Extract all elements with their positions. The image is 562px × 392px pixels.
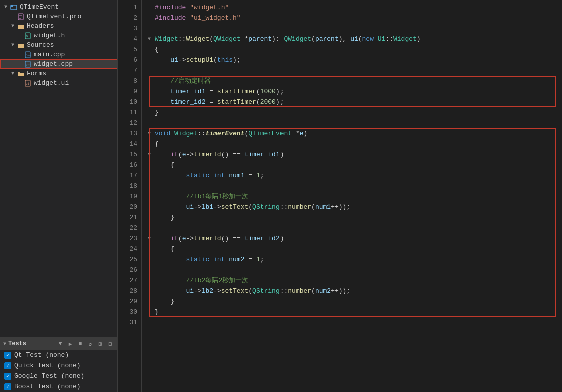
test-item-boost[interactable]: ✓ Boost Test (none) (0, 381, 117, 392)
fold-arrow-15[interactable]: ▼ (148, 149, 155, 160)
code-text-6: ui->setupUi(this); (155, 55, 241, 65)
test-checkbox-qt[interactable]: ✓ (4, 352, 11, 359)
line-num-9: 9 (118, 86, 137, 97)
code-line-17: static int num1 = 1; (148, 170, 562, 181)
code-line-27: //lb2每隔2秒加一次 (148, 275, 562, 286)
code-line-3 (148, 23, 562, 34)
fold-arrow-7 (148, 65, 155, 76)
tree-item-pro[interactable]: QTimeEvent.pro (0, 12, 117, 21)
cpp-file-icon-main: c++ (23, 51, 32, 58)
tests-run-btn[interactable]: ▶ (66, 340, 74, 348)
line-num-10: 10 (118, 97, 137, 107)
main-cpp-label: main.cpp (34, 51, 65, 58)
line-num-20: 20 (118, 202, 137, 212)
fold-arrow-13[interactable]: ▼ (148, 128, 155, 139)
tests-filter-btn[interactable]: ▼ (56, 340, 64, 348)
line-num-17: 17 (118, 170, 137, 181)
line-num-23: 23 (118, 233, 137, 244)
code-line-22 (148, 223, 562, 233)
fold-arrow-26 (148, 265, 155, 275)
test-label-qt: Qt Test (none) (14, 351, 69, 359)
line-num-22: 22 (118, 223, 137, 233)
forms-folder-icon (16, 71, 25, 77)
code-text-23: if(e->timerId() == timer_id2) (155, 233, 284, 244)
pro-file-label: QTimeEvent.pro (27, 13, 81, 20)
tests-header: ▼ Tests ▼ ▶ ■ ↺ ⊞ ⊟ (0, 338, 117, 350)
line-num-27: 27 (118, 275, 137, 286)
line-num-2: 2 (118, 13, 137, 23)
tests-stop-btn[interactable]: ■ (76, 340, 84, 348)
fold-arrow-11 (148, 107, 155, 118)
project-icon (9, 4, 18, 11)
line-num-16: 16 (118, 160, 137, 170)
test-checkbox-quick[interactable]: ✓ (4, 362, 11, 369)
fold-arrow-2 (148, 13, 155, 23)
tests-expand-btn[interactable]: ⊞ (96, 340, 104, 348)
line-num-5: 5 (118, 44, 137, 55)
tree-item-widget-h[interactable]: h widget.h (0, 31, 117, 40)
tree-item-forms[interactable]: ▼ Forms (0, 69, 117, 78)
line-num-21: 21 (118, 212, 137, 223)
test-label-google: Google Test (none) (14, 372, 84, 380)
line-num-24: 24 (118, 244, 137, 254)
test-item-qt[interactable]: ✓ Qt Test (none) (0, 350, 117, 360)
fold-arrow-4[interactable]: ▼ (148, 34, 155, 44)
svg-rect-1 (11, 5, 13, 7)
tree-item-widget-ui[interactable]: ui widget.ui (0, 78, 117, 88)
test-checkbox-google[interactable]: ✓ (4, 373, 11, 380)
line-num-4: 4 (118, 34, 137, 44)
fold-arrow-23[interactable]: ▼ (148, 233, 155, 244)
code-line-6: ui->setupUi(this); (148, 55, 562, 65)
fold-arrow-27 (148, 275, 155, 286)
fold-arrow-25 (148, 254, 155, 265)
fold-arrow-9 (148, 86, 155, 97)
tree-item-sources[interactable]: ▼ Sources (0, 40, 117, 50)
fold-arrow-29 (148, 296, 155, 307)
fold-arrow-28 (148, 286, 155, 296)
pro-file-icon (16, 13, 25, 20)
tests-collapse-btn[interactable]: ⊟ (106, 340, 114, 348)
code-text-4: Widget::Widget(QWidget *parent): QWidget… (155, 34, 421, 44)
line-num-12: 12 (118, 118, 137, 128)
test-item-google[interactable]: ✓ Google Test (none) (0, 371, 117, 381)
code-text-13: void Widget::timerEvent(QTimerEvent *e) (155, 128, 307, 139)
fold-arrow-18 (148, 181, 155, 191)
code-line-10: timer_id2 = startTimer(2000); (148, 97, 562, 107)
fold-arrow-21 (148, 212, 155, 223)
code-text-9: timer_id1 = startTimer(1000); (155, 86, 284, 97)
code-line-25: static int num2 = 1; (148, 254, 562, 265)
tree-item-project[interactable]: ▼ QTimeEvent (0, 2, 117, 12)
code-text-16: { (155, 160, 174, 170)
code-text-1: #include "widget.h" (155, 2, 229, 13)
forms-label: Forms (27, 70, 46, 77)
fold-arrow-22 (148, 223, 155, 233)
code-text-20: ui->lb1->setText(QString::number(num1++)… (155, 202, 350, 212)
fold-arrow-24 (148, 244, 155, 254)
code-line-31 (148, 317, 562, 328)
code-line-19: //lb1每隔1秒加一次 (148, 191, 562, 202)
line-num-3: 3 (118, 23, 137, 34)
tests-expand-arrow[interactable]: ▼ (3, 341, 6, 347)
ui-file-icon: ui (23, 80, 32, 87)
tests-refresh-btn[interactable]: ↺ (86, 340, 94, 348)
fold-arrow-12 (148, 118, 155, 128)
code-text-11: } (155, 107, 159, 118)
tree-item-main-cpp[interactable]: c++ main.cpp (0, 50, 117, 59)
code-text-27: //lb2每隔2秒加一次 (155, 275, 248, 286)
line-numbers: 1234567891011121314151617181920212223242… (118, 0, 142, 392)
test-item-quick[interactable]: ✓ Quick Test (none) (0, 360, 117, 371)
code-container[interactable]: 1234567891011121314151617181920212223242… (118, 0, 562, 392)
headers-label: Headers (27, 22, 54, 30)
code-line-15: ▼ if(e->timerId() == timer_id1) (148, 149, 562, 160)
line-num-6: 6 (118, 55, 137, 65)
line-num-31: 31 (118, 317, 137, 328)
code-line-7 (148, 65, 562, 76)
tree-item-headers[interactable]: ▼ Headers (0, 21, 117, 31)
headers-folder-icon (16, 23, 25, 29)
test-checkbox-boost[interactable]: ✓ (4, 383, 11, 390)
code-line-20: ui->lb1->setText(QString::number(num1++)… (148, 202, 562, 212)
tree-item-widget-cpp[interactable]: c++ widget.cpp (0, 59, 117, 69)
forms-arrow: ▼ (9, 71, 16, 76)
sources-folder-icon (16, 42, 25, 48)
line-num-7: 7 (118, 65, 137, 76)
